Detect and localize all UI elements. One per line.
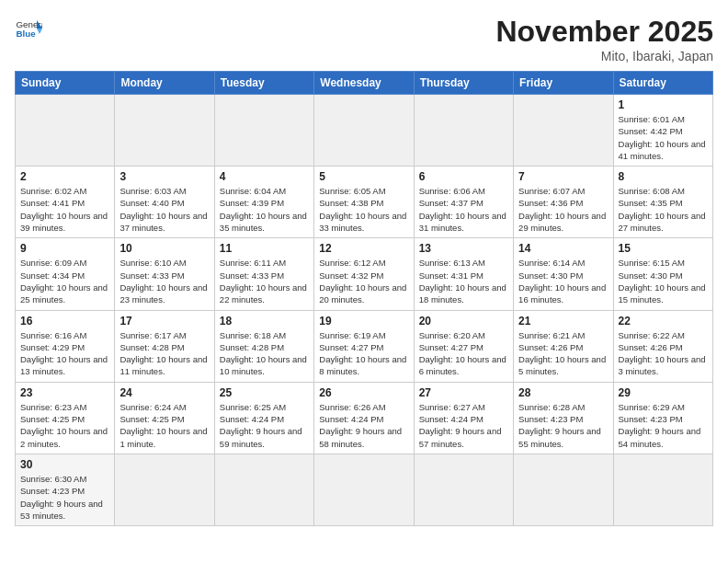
day-info: Sunrise: 6:12 AM Sunset: 4:32 PM Dayligh… [319,257,408,305]
day-info: Sunrise: 6:18 AM Sunset: 4:28 PM Dayligh… [220,329,309,378]
day-number: 26 [319,386,408,399]
day-info: Sunrise: 6:06 AM Sunset: 4:37 PM Dayligh… [419,185,508,234]
day-info: Sunrise: 6:09 AM Sunset: 4:34 PM Dayligh… [20,257,109,305]
day-info: Sunrise: 6:26 AM Sunset: 4:24 PM Dayligh… [319,401,408,450]
calendar-week-row: 1Sunrise: 6:01 AM Sunset: 4:42 PM Daylig… [16,95,713,167]
day-number: 14 [518,242,608,255]
calendar-cell [115,454,214,525]
calendar-cell: 5Sunrise: 6:05 AM Sunset: 4:38 PM Daylig… [314,167,414,238]
day-number: 16 [20,315,109,327]
calendar-cell [16,95,115,167]
calendar-week-row: 2Sunrise: 6:02 AM Sunset: 4:41 PM Daylig… [16,167,713,238]
day-info: Sunrise: 6:04 AM Sunset: 4:39 PM Dayligh… [220,185,309,234]
calendar-cell: 6Sunrise: 6:06 AM Sunset: 4:37 PM Daylig… [414,167,513,238]
calendar-week-row: 16Sunrise: 6:16 AM Sunset: 4:29 PM Dayli… [16,310,713,382]
calendar-cell: 7Sunrise: 6:07 AM Sunset: 4:36 PM Daylig… [514,167,613,238]
calendar-cell [514,95,613,167]
day-info: Sunrise: 6:08 AM Sunset: 4:35 PM Dayligh… [619,185,708,234]
day-info: Sunrise: 6:16 AM Sunset: 4:29 PM Dayligh… [20,329,109,378]
calendar-cell: 10Sunrise: 6:10 AM Sunset: 4:33 PM Dayli… [115,238,214,310]
day-info: Sunrise: 6:10 AM Sunset: 4:33 PM Dayligh… [119,257,209,305]
day-number: 27 [419,386,508,399]
day-number: 1 [619,98,708,111]
day-info: Sunrise: 6:20 AM Sunset: 4:27 PM Dayligh… [419,329,508,378]
day-number: 8 [619,170,708,183]
day-info: Sunrise: 6:14 AM Sunset: 4:30 PM Dayligh… [518,257,608,305]
calendar-cell [414,454,513,525]
calendar-cell: 13Sunrise: 6:13 AM Sunset: 4:31 PM Dayli… [414,238,513,310]
day-number: 10 [119,242,209,255]
calendar-cell: 8Sunrise: 6:08 AM Sunset: 4:35 PM Daylig… [613,167,712,238]
calendar-cell [314,454,414,525]
col-header-sunday: Sunday [16,72,115,95]
title-area: November 2025 Mito, Ibaraki, Japan [495,15,713,63]
location: Mito, Ibaraki, Japan [495,49,713,63]
col-header-monday: Monday [115,72,214,95]
day-info: Sunrise: 6:03 AM Sunset: 4:40 PM Dayligh… [119,185,209,234]
svg-text:Blue: Blue [17,29,37,39]
calendar-table: SundayMondayTuesdayWednesdayThursdayFrid… [15,71,713,526]
day-info: Sunrise: 6:28 AM Sunset: 4:23 PM Dayligh… [518,401,608,450]
calendar-cell: 22Sunrise: 6:22 AM Sunset: 4:26 PM Dayli… [613,310,712,382]
day-info: Sunrise: 6:17 AM Sunset: 4:28 PM Dayligh… [119,329,209,378]
day-number: 22 [619,315,708,327]
calendar-cell: 30Sunrise: 6:30 AM Sunset: 4:23 PM Dayli… [16,454,115,525]
calendar-cell: 25Sunrise: 6:25 AM Sunset: 4:24 PM Dayli… [214,382,313,454]
calendar-cell: 20Sunrise: 6:20 AM Sunset: 4:27 PM Dayli… [414,310,513,382]
calendar-cell: 3Sunrise: 6:03 AM Sunset: 4:40 PM Daylig… [115,167,214,238]
day-number: 2 [20,170,109,183]
calendar-cell: 29Sunrise: 6:29 AM Sunset: 4:23 PM Dayli… [613,382,712,454]
day-info: Sunrise: 6:25 AM Sunset: 4:24 PM Dayligh… [220,401,309,450]
day-number: 30 [20,458,109,471]
day-number: 28 [518,386,608,399]
logo: General Blue [15,15,42,42]
day-number: 4 [220,170,309,183]
calendar-cell: 24Sunrise: 6:24 AM Sunset: 4:25 PM Dayli… [115,382,214,454]
calendar-cell: 17Sunrise: 6:17 AM Sunset: 4:28 PM Dayli… [115,310,214,382]
day-number: 29 [619,386,708,399]
calendar-cell [214,454,313,525]
calendar-cell: 12Sunrise: 6:12 AM Sunset: 4:32 PM Dayli… [314,238,414,310]
calendar-cell: 28Sunrise: 6:28 AM Sunset: 4:23 PM Dayli… [514,382,613,454]
day-number: 7 [518,170,608,183]
day-info: Sunrise: 6:27 AM Sunset: 4:24 PM Dayligh… [419,401,508,450]
calendar-cell [613,454,712,525]
calendar-cell [414,95,513,167]
calendar-cell: 26Sunrise: 6:26 AM Sunset: 4:24 PM Dayli… [314,382,414,454]
calendar-cell: 15Sunrise: 6:15 AM Sunset: 4:30 PM Dayli… [613,238,712,310]
day-info: Sunrise: 6:30 AM Sunset: 4:23 PM Dayligh… [20,473,109,522]
day-number: 6 [419,170,508,183]
day-info: Sunrise: 6:23 AM Sunset: 4:25 PM Dayligh… [20,401,109,450]
calendar-cell: 14Sunrise: 6:14 AM Sunset: 4:30 PM Dayli… [514,238,613,310]
day-number: 15 [619,242,708,255]
day-number: 5 [319,170,408,183]
col-header-thursday: Thursday [414,72,513,95]
calendar-cell: 2Sunrise: 6:02 AM Sunset: 4:41 PM Daylig… [16,167,115,238]
calendar-cell: 21Sunrise: 6:21 AM Sunset: 4:26 PM Dayli… [514,310,613,382]
day-number: 9 [20,242,109,255]
col-header-friday: Friday [514,72,613,95]
day-info: Sunrise: 6:29 AM Sunset: 4:23 PM Dayligh… [619,401,708,450]
col-header-tuesday: Tuesday [214,72,313,95]
calendar-cell: 18Sunrise: 6:18 AM Sunset: 4:28 PM Dayli… [214,310,313,382]
day-info: Sunrise: 6:22 AM Sunset: 4:26 PM Dayligh… [619,329,708,378]
day-info: Sunrise: 6:19 AM Sunset: 4:27 PM Dayligh… [319,329,408,378]
calendar-cell [214,95,313,167]
logo-icon: General Blue [15,15,42,42]
calendar-cell: 9Sunrise: 6:09 AM Sunset: 4:34 PM Daylig… [16,238,115,310]
calendar-week-row: 23Sunrise: 6:23 AM Sunset: 4:25 PM Dayli… [16,382,713,454]
calendar-cell: 23Sunrise: 6:23 AM Sunset: 4:25 PM Dayli… [16,382,115,454]
day-info: Sunrise: 6:13 AM Sunset: 4:31 PM Dayligh… [419,257,508,305]
calendar-cell: 19Sunrise: 6:19 AM Sunset: 4:27 PM Dayli… [314,310,414,382]
day-number: 24 [119,386,209,399]
calendar-cell [314,95,414,167]
calendar-cell [115,95,214,167]
calendar-week-row: 30Sunrise: 6:30 AM Sunset: 4:23 PM Dayli… [16,454,713,525]
day-number: 23 [20,386,109,399]
calendar-cell: 27Sunrise: 6:27 AM Sunset: 4:24 PM Dayli… [414,382,513,454]
page-header: General Blue November 2025 Mito, Ibaraki… [15,15,713,63]
svg-marker-3 [37,29,42,34]
calendar-cell: 4Sunrise: 6:04 AM Sunset: 4:39 PM Daylig… [214,167,313,238]
day-number: 19 [319,315,408,327]
calendar-cell: 11Sunrise: 6:11 AM Sunset: 4:33 PM Dayli… [214,238,313,310]
